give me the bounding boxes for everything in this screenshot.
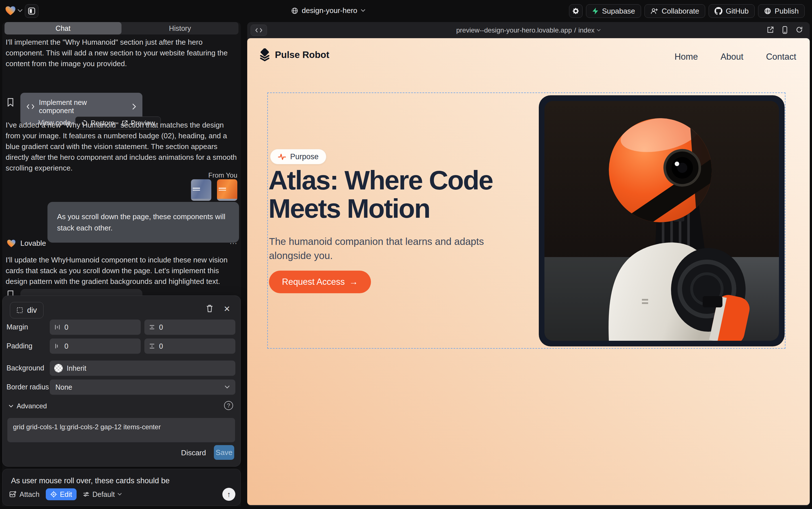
help-icon[interactable]: ? [224,401,233,410]
margin-label: Margin [6,323,28,331]
app-window: design-your-hero Supabase Collaborate Gi… [0,0,812,509]
trash-icon [206,304,213,313]
color-swatch-icon [54,364,63,372]
border-radius-select[interactable]: None [50,379,235,395]
window-edge [810,0,812,509]
assistant-header: Lovable ⋯ [7,239,237,248]
padding-label: Padding [6,342,33,350]
attachment-thumbnails [191,179,237,201]
collaborate-button[interactable]: Collaborate [644,4,705,18]
url-separator: / [574,26,576,34]
assistant-name: Lovable [20,239,46,248]
nav-link-about[interactable]: About [721,52,743,62]
sidebar-toggle-button[interactable] [25,4,38,18]
attachment-thumbnail[interactable] [217,179,237,201]
send-button[interactable]: ↑ [222,488,235,501]
arrow-up-icon: ↑ [227,490,231,499]
preview-url-bar[interactable]: preview--design-your-hero.lovable.app / … [247,22,810,38]
lovable-heart-icon [7,239,16,248]
discard-button[interactable]: Discard [181,448,206,457]
target-icon [50,491,57,498]
margin-horizontal-icon [54,324,61,330]
sidebar-panel-icon [28,7,35,15]
sliders-icon [83,491,89,498]
chat-history-tabs: Chat History [4,22,238,34]
delete-element-button[interactable] [206,304,213,313]
bookmark-icon[interactable] [7,98,14,107]
site-nav-links: Home About Contact [674,52,796,62]
external-link-icon [767,26,774,33]
save-button[interactable]: Save [214,445,234,460]
classes-textarea[interactable]: grid grid-cols-1 lg:grid-cols-2 gap-12 i… [7,418,235,442]
preview-panel: preview--design-your-hero.lovable.app / … [247,22,810,506]
tab-chat[interactable]: Chat [4,22,121,34]
pulse-icon [278,152,286,161]
from-you-label: From You [208,171,237,179]
assistant-message: I've added a new "Why Humanoid" section … [6,120,238,173]
open-in-new-tab-button[interactable] [767,26,774,34]
attachment-thumbnail[interactable] [191,179,211,201]
supabase-button[interactable]: Supabase [586,4,641,18]
attach-button[interactable]: Attach [9,490,40,499]
site-brand-name: Pulse Robot [275,49,329,60]
chat-panel: Chat History I'll implement the "Why Hum… [2,22,241,506]
window-edge [0,506,812,509]
globe-icon [764,7,771,15]
code-icon [27,104,34,109]
lovable-logo-icon[interactable] [5,6,16,16]
topbar-actions: Supabase Collaborate GitHub Publish [569,4,805,18]
chevron-right-icon [132,103,136,110]
background-label: Background [6,364,44,372]
element-inspector-panel: div ✕ Margin 0 0 Padding 0 0 [2,296,241,467]
publish-button[interactable]: Publish [758,4,805,18]
selected-element-chip[interactable]: div [10,302,43,318]
request-access-button[interactable]: Request Access → [269,271,371,293]
padding-y-input[interactable]: 0 [144,338,235,354]
tab-history[interactable]: History [121,22,238,34]
site-logo[interactable]: Pulse Robot [259,48,329,61]
selected-hero-section[interactable]: Purpose Atlas: Where Code Meets Motion T… [267,93,785,349]
edit-mode-button[interactable]: Edit [46,488,77,500]
mode-select[interactable]: Default [83,490,122,499]
purpose-badge: Purpose [270,149,326,164]
add-user-icon [651,7,658,15]
github-button[interactable]: GitHub [709,4,754,18]
padding-x-input[interactable]: 0 [50,338,141,354]
project-menu[interactable]: design-your-hero [291,6,365,15]
chevron-down-icon [117,493,122,496]
supabase-icon [592,7,599,15]
mobile-view-button[interactable] [782,26,788,34]
margin-x-input[interactable]: 0 [50,319,141,335]
preview-actions [767,26,803,34]
site-nav: Pulse Robot Home About Contact [247,38,810,69]
assistant-message: I'll implement the "Why Humanoid" sectio… [6,37,238,69]
message-menu-button[interactable]: ⋯ [229,239,237,248]
refresh-button[interactable] [796,26,803,34]
border-radius-label: Border radius [6,383,49,391]
chevron-down-icon [225,385,230,389]
smartphone-icon [782,26,788,34]
nav-link-contact[interactable]: Contact [766,52,796,62]
chevron-down-icon [9,405,13,408]
chat-input-value[interactable]: As user mouse roll over, these cards sho… [11,476,170,485]
hero-headline: Atlas: Where Code Meets Motion [268,166,493,223]
dashed-box-icon [16,307,23,314]
bookmark-icon[interactable] [7,290,14,296]
preview-site: Pulse Robot Home About Contact Purpose A… [247,38,810,505]
project-name: design-your-hero [302,6,358,15]
hero-headline-line1: Atlas: Where Code [268,166,493,194]
hero-subtext: The humanoid companion that learns and a… [269,234,486,263]
chevron-down-icon [361,9,365,12]
advanced-section-toggle[interactable]: Advanced [9,402,47,410]
chat-input-box[interactable]: As user mouse roll over, these cards sho… [2,469,241,506]
hero-robot-card [539,95,785,346]
top-bar: design-your-hero Supabase Collaborate Gi… [0,0,812,22]
nav-link-home[interactable]: Home [674,52,698,62]
chevron-down-icon[interactable] [17,9,23,12]
margin-y-input[interactable]: 0 [144,319,235,335]
chevron-down-icon [597,29,601,32]
settings-button[interactable] [569,4,583,18]
preview-url-path: index [578,26,594,34]
background-input[interactable]: Inherit [50,361,235,376]
close-inspector-button[interactable]: ✕ [224,304,230,314]
